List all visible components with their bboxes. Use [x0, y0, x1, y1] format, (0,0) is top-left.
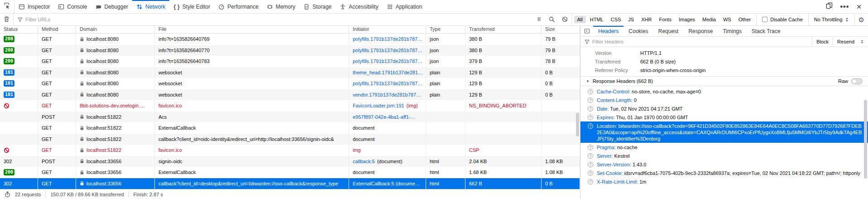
- details-tab-response[interactable]: Response: [683, 26, 718, 36]
- type-filter-fonts[interactable]: Fonts: [656, 16, 675, 23]
- column-header-file[interactable]: File: [155, 26, 349, 33]
- initiator-link[interactable]: callback:5: [353, 159, 375, 164]
- more-options-icon[interactable]: •••: [840, 3, 849, 10]
- response-header-row[interactable]: ?Set-Cookie: idsrv=adf6cba1-7075-402b-9e…: [580, 169, 868, 177]
- response-header-row[interactable]: ?Cache-Control: no-store, no-cache, max-…: [580, 87, 868, 96]
- tab-style-editor[interactable]: { } Style Editor: [169, 0, 214, 13]
- search-button[interactable]: [545, 14, 558, 25]
- table-row[interactable]: GETlocalhost:51822favicon.icoimgCSP: [0, 145, 580, 156]
- response-header-row[interactable]: ?Server-Version: 1.43.0: [580, 160, 868, 169]
- tab-network[interactable]: Network: [132, 0, 169, 13]
- type-filter-images[interactable]: Images: [676, 16, 698, 23]
- table-row[interactable]: 101GETlocalhost:8080websockettheme_head.…: [0, 67, 580, 78]
- cell-status: 101: [0, 78, 38, 89]
- initiator-link[interactable]: theme_head.1791b137de281…: [353, 70, 423, 75]
- header-help-icon[interactable]: ?: [588, 123, 593, 129]
- header-help-icon[interactable]: ?: [588, 106, 593, 112]
- response-header-row[interactable]: ?Pragma: no-cache: [580, 143, 868, 151]
- responsive-design-icon[interactable]: [826, 2, 833, 11]
- type-filter-other[interactable]: Other: [735, 16, 754, 23]
- details-tab-cookies[interactable]: Cookies: [623, 26, 653, 36]
- response-header-row[interactable]: ?Expires: Thu, 01 Jan 1970 00:00:00 GMT: [580, 113, 868, 121]
- table-row[interactable]: 101GETlocalhost:8080websocketpolyfills.1…: [0, 78, 580, 89]
- initiator-link[interactable]: e957f897-042e-4ba1-aff1-…: [353, 114, 416, 120]
- disable-cache-control[interactable]: Disable Cache: [757, 17, 808, 22]
- header-help-icon[interactable]: ?: [588, 89, 593, 94]
- response-header-row[interactable]: ?Server: Kestrel: [580, 151, 868, 160]
- response-header-row[interactable]: ?X-Rate-Limit-Limit: 1m: [580, 177, 868, 186]
- type-filter-html[interactable]: HTML: [587, 16, 607, 23]
- header-help-icon[interactable]: ?: [588, 153, 593, 159]
- network-settings-button[interactable]: ⚙: [855, 14, 868, 25]
- details-scrollbar[interactable]: [864, 100, 867, 179]
- close-icon[interactable]: ✕: [856, 3, 862, 10]
- type-filter-ws[interactable]: WS: [720, 16, 734, 23]
- details-tab-request[interactable]: Request: [653, 26, 684, 36]
- type-filter-css[interactable]: CSS: [608, 16, 624, 23]
- table-row[interactable]: 302POSTlocalhost:33656signin-oidccallbac…: [0, 156, 580, 167]
- column-header-type[interactable]: Type: [426, 26, 465, 33]
- table-row[interactable]: 302GETlocalhost:33656callback?client_id=…: [0, 178, 580, 189]
- block-url-button[interactable]: Block: [812, 37, 833, 47]
- table-row[interactable]: 200GETlocalhost:8080info?t=1635826640770…: [0, 45, 580, 56]
- table-row[interactable]: 101GETlocalhost:8080websocketvendor.1791…: [0, 89, 580, 101]
- initiator-link[interactable]: polyfills.1791b137de281b787…: [353, 48, 422, 53]
- header-help-icon[interactable]: ?: [588, 145, 593, 150]
- header-help-icon[interactable]: ?: [588, 179, 593, 184]
- column-header-initiator[interactable]: Initiator: [349, 26, 426, 33]
- pause-recording-button[interactable]: [533, 14, 545, 25]
- clear-requests-button[interactable]: [0, 14, 13, 25]
- header-help-icon[interactable]: ?: [588, 162, 593, 167]
- tab-memory[interactable]: Memory: [263, 0, 299, 13]
- filter-urls-input[interactable]: [23, 17, 533, 22]
- column-header-domain[interactable]: Domain: [76, 26, 155, 33]
- table-row[interactable]: GETlocalhost:51822callback?client_id=oid…: [0, 134, 580, 145]
- table-row[interactable]: 200GETlocalhost:8080info?t=1635826640769…: [0, 34, 580, 45]
- block-requests-button[interactable]: [558, 14, 571, 25]
- column-header-status[interactable]: Status: [0, 26, 38, 33]
- tab-performance[interactable]: Performance: [214, 0, 263, 13]
- column-header-size[interactable]: Size: [542, 26, 580, 33]
- table-row[interactable]: POSTlocalhost:51822Acse957f897-042e-4ba1…: [0, 112, 580, 123]
- tab-accessibility[interactable]: Accessibility: [336, 0, 382, 13]
- column-header-method[interactable]: Method: [38, 26, 76, 33]
- response-header-row[interactable]: ?Date: Tue, 02 Nov 2021 04:17:21 GMT: [580, 104, 868, 113]
- pick-element-button[interactable]: [0, 0, 14, 13]
- initiator-link[interactable]: FaviconLoader.jsm:191: [353, 103, 404, 108]
- table-row[interactable]: 200GETlocalhost:8080info?t=1635826640783…: [0, 56, 580, 67]
- table-row[interactable]: GET8bit-solutions-dev.onelogin.…favicon.…: [0, 100, 580, 112]
- response-headers-section[interactable]: ▼ Response Headers (662 B) Raw: [580, 76, 868, 86]
- header-help-icon[interactable]: ?: [588, 97, 593, 103]
- response-header-row[interactable]: ?Location: bitwarden://sso-callback?code…: [580, 121, 868, 143]
- filter-headers-input[interactable]: [590, 39, 812, 44]
- initiator-link[interactable]: polyfills.1791b137de281b787…: [353, 36, 422, 42]
- tab-application[interactable]: Application: [383, 0, 427, 13]
- header-help-icon[interactable]: ?: [588, 115, 593, 120]
- type-filter-xhr[interactable]: XHR: [638, 16, 655, 23]
- initiator-link[interactable]: polyfills.1791b137de281b787…: [353, 58, 422, 64]
- initiator-link[interactable]: polyfills.1791b137de281b787…: [353, 81, 422, 86]
- cell-method: GET: [38, 56, 76, 67]
- table-row[interactable]: 200GETlocalhost:33656ExternalCallbackdoc…: [0, 167, 580, 178]
- type-filter-all[interactable]: All: [574, 16, 586, 23]
- tab-debugger[interactable]: Debugger: [91, 0, 132, 13]
- raw-toggle[interactable]: [851, 78, 863, 84]
- resend-button[interactable]: Resend: [833, 37, 868, 47]
- table-row[interactable]: GETlocalhost:51822ExternalCallbackdocume…: [0, 122, 580, 134]
- split-console-toggle[interactable]: [580, 26, 593, 36]
- disable-cache-checkbox[interactable]: [762, 17, 767, 22]
- type-filter-media[interactable]: Media: [699, 16, 719, 23]
- response-header-row[interactable]: ?Content-Length: 0: [580, 96, 868, 104]
- type-filter-js[interactable]: JS: [625, 16, 637, 23]
- tab-storage[interactable]: Storage: [299, 0, 336, 13]
- tab-console[interactable]: Console: [54, 0, 91, 13]
- details-tab-stack-trace[interactable]: Stack Trace: [747, 26, 785, 36]
- tab-inspector[interactable]: Inspector: [14, 0, 54, 13]
- initiator-link[interactable]: vendor.1791b137de281b787…: [353, 92, 421, 97]
- throttling-dropdown[interactable]: No Throttling: [809, 17, 854, 22]
- header-help-icon[interactable]: ?: [588, 170, 593, 176]
- column-header-transferred[interactable]: Transferred: [465, 26, 542, 33]
- details-tab-timings[interactable]: Timings: [718, 26, 747, 36]
- requests-scrollbar[interactable]: [576, 113, 579, 136]
- details-tab-headers[interactable]: Headers: [593, 26, 623, 36]
